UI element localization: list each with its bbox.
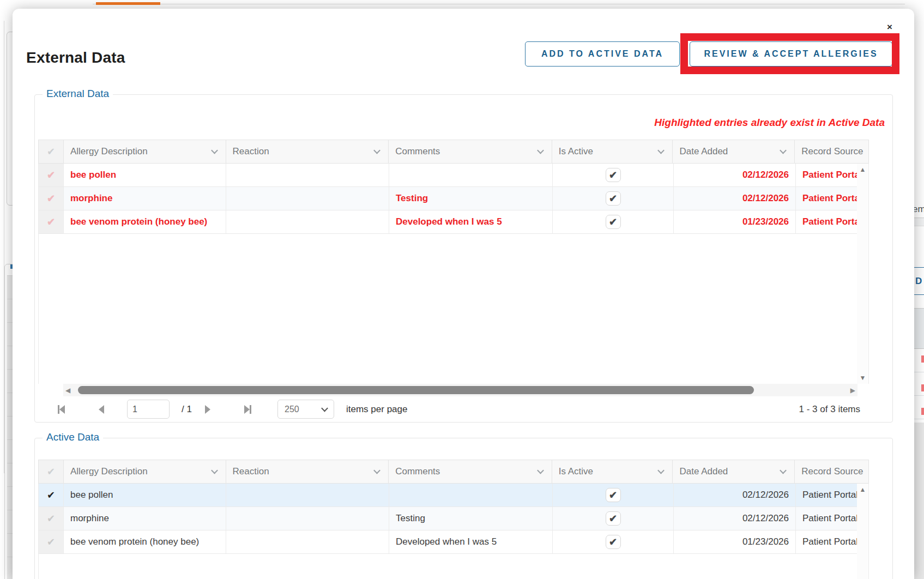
cell-allergy-description: morphine <box>64 507 226 530</box>
is-active-checkbox[interactable]: ✔ <box>606 511 621 526</box>
column-header-date-added[interactable]: Date Added <box>673 140 795 163</box>
row-select-checkbox[interactable]: ✔ <box>39 210 64 233</box>
cell-record-source: Patient Portal <box>796 187 858 210</box>
add-to-active-data-button[interactable]: ADD TO ACTIVE DATA <box>525 41 680 67</box>
column-header-reaction[interactable]: Reaction <box>226 460 389 483</box>
column-header-is-active[interactable]: Is Active <box>552 460 673 483</box>
external-data-section: External Data Highlighted entries alread… <box>34 94 893 423</box>
scroll-up-icon[interactable]: ▲ <box>857 486 868 493</box>
is-active-checkbox[interactable]: ✔ <box>606 191 621 206</box>
vertical-scrollbar[interactable]: ▲▼ <box>857 484 868 579</box>
review-accept-allergies-button[interactable]: REVIEW & ACCEPT ALLERGIES <box>690 41 892 67</box>
column-header-label: Date Added <box>679 146 728 157</box>
column-header-date-added[interactable]: Date Added <box>673 460 795 483</box>
table-row[interactable]: ✔morphineTesting✔02/12/2026Patient Porta… <box>39 187 868 210</box>
background-grid-sliver <box>7 275 13 579</box>
scroll-left-icon[interactable]: ◀ <box>65 387 70 394</box>
next-page-button[interactable] <box>205 405 210 414</box>
cell-is-active: ✔ <box>553 507 674 530</box>
chevron-down-icon[interactable] <box>780 467 787 474</box>
scrollbar-thumb[interactable] <box>78 386 754 394</box>
column-header-allergy-description[interactable]: Allergy Description <box>64 140 226 163</box>
chevron-down-icon[interactable] <box>658 467 665 474</box>
check-icon: ✔ <box>47 512 55 524</box>
cell-allergy-description: bee pollen <box>64 484 226 506</box>
chevron-down-icon[interactable] <box>537 467 544 474</box>
external-data-dialog: External Data × ADD TO ACTIVE DATA REVIE… <box>13 9 914 579</box>
column-header-label: Reaction <box>233 146 269 157</box>
scroll-right-icon[interactable]: ▶ <box>850 387 855 394</box>
is-active-checkbox[interactable]: ✔ <box>606 168 621 182</box>
check-icon: ✔ <box>47 489 55 501</box>
cell-allergy-description: morphine <box>64 187 226 210</box>
last-page-button[interactable] <box>244 405 251 414</box>
cell-reaction <box>226 187 389 210</box>
cell-comments <box>389 484 553 506</box>
column-header-allergy-description[interactable]: Allergy Description <box>64 460 226 483</box>
cell-comments: Testing <box>389 187 553 210</box>
cell-date-added: 01/23/2026 <box>674 210 796 233</box>
chevron-down-icon[interactable] <box>373 467 381 474</box>
is-active-checkbox[interactable]: ✔ <box>606 488 621 502</box>
cell-allergy-description: bee pollen <box>64 164 226 186</box>
is-active-checkbox[interactable]: ✔ <box>606 535 621 549</box>
row-select-checkbox[interactable]: ✔ <box>39 507 64 530</box>
table-row[interactable]: ✔bee venom protein (honey bee)Developed … <box>39 530 868 554</box>
grid-body: ✔bee pollen✔02/12/2026Patient Portal✔mor… <box>38 484 869 579</box>
row-select-checkbox[interactable]: ✔ <box>39 484 64 506</box>
chevron-down-icon[interactable] <box>537 147 544 154</box>
close-icon[interactable]: × <box>883 21 896 34</box>
table-row[interactable]: ✔bee pollen✔02/12/2026Patient Portal <box>39 164 868 187</box>
cell-comments: Developed when I was 5 <box>389 210 553 233</box>
cell-is-active: ✔ <box>553 210 674 233</box>
check-icon: ✔ <box>47 146 55 158</box>
horizontal-scrollbar[interactable]: ◀▶ <box>38 384 869 396</box>
row-select-checkbox[interactable]: ✔ <box>39 187 64 210</box>
check-icon: ✔ <box>47 169 55 181</box>
column-header-record-source[interactable]: Record Source <box>795 460 868 483</box>
page-number-input[interactable] <box>127 400 170 419</box>
cell-date-added: 02/12/2026 <box>674 484 796 506</box>
table-row[interactable]: ✔bee venom protein (honey bee)Developed … <box>39 210 868 234</box>
column-header-reaction[interactable]: Reaction <box>226 140 389 163</box>
cell-reaction <box>226 530 389 553</box>
vertical-scrollbar[interactable]: ▲▼ <box>857 164 868 384</box>
chevron-down-icon[interactable] <box>780 147 787 154</box>
cell-comments <box>389 164 553 186</box>
column-header-comments[interactable]: Comments <box>389 140 552 163</box>
column-header-record-source[interactable]: Record Source <box>795 140 868 163</box>
select-all-checkbox[interactable]: ✔ <box>39 140 64 163</box>
grid-body: ✔bee pollen✔02/12/2026Patient Portal✔mor… <box>38 164 869 384</box>
highlighted-entries-note: Highlighted entries already exist in Act… <box>654 117 885 129</box>
grid-header-row: ✔Allergy DescriptionReactionCommentsIs A… <box>38 460 869 484</box>
chevron-down-icon[interactable] <box>658 147 665 154</box>
dialog-title: External Data <box>26 49 125 67</box>
page-size-select[interactable]: 250 <box>277 400 334 419</box>
select-all-checkbox[interactable]: ✔ <box>39 460 64 483</box>
column-header-is-active[interactable]: Is Active <box>552 140 673 163</box>
check-icon: ✔ <box>47 192 55 204</box>
row-select-checkbox[interactable]: ✔ <box>39 530 64 553</box>
cell-allergy-description: bee venom protein (honey bee) <box>64 530 226 553</box>
table-row[interactable]: ✔bee pollen✔02/12/2026Patient Portal <box>39 484 868 507</box>
scroll-up-icon[interactable]: ▲ <box>857 166 868 173</box>
scrollbar-track[interactable]: ◀▶ <box>63 384 857 396</box>
chevron-down-icon[interactable] <box>211 467 218 474</box>
chevron-down-icon[interactable] <box>373 147 381 154</box>
row-select-checkbox[interactable]: ✔ <box>39 164 64 186</box>
cell-record-source: Patient Portal <box>796 530 858 553</box>
previous-page-button[interactable] <box>99 405 104 414</box>
external-data-legend: External Data <box>43 88 113 100</box>
scroll-down-icon[interactable]: ▼ <box>857 374 868 382</box>
column-header-label: Is Active <box>559 146 593 157</box>
background-red-text-sliver <box>921 355 924 363</box>
page: em D External Data × ADD TO ACTIVE DATA … <box>0 0 924 579</box>
is-active-checkbox[interactable]: ✔ <box>606 215 621 229</box>
first-page-button[interactable] <box>58 405 65 414</box>
cell-comments: Testing <box>389 507 553 530</box>
table-row[interactable]: ✔morphineTesting✔02/12/2026Patient Porta… <box>39 507 868 530</box>
chevron-down-icon[interactable] <box>211 147 218 154</box>
active-data-grid: ✔Allergy DescriptionReactionCommentsIs A… <box>38 460 869 579</box>
cell-allergy-description: bee venom protein (honey bee) <box>64 210 226 233</box>
column-header-comments[interactable]: Comments <box>389 460 552 483</box>
